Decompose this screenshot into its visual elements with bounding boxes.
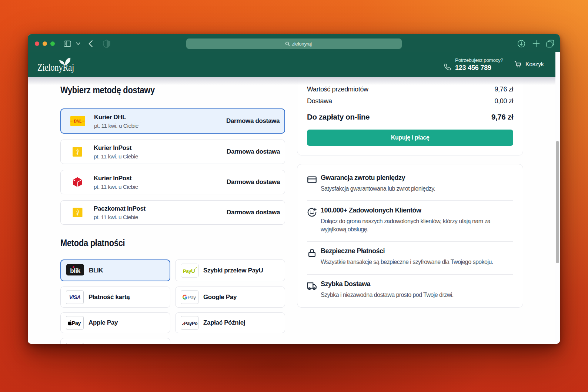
svg-text:VISA: VISA xyxy=(69,294,81,300)
svg-text:Pay: Pay xyxy=(188,295,196,300)
svg-text:U: U xyxy=(191,268,195,274)
svg-text:ZielonyRaj: ZielonyRaj xyxy=(37,62,74,73)
svg-text:Pay: Pay xyxy=(72,320,81,326)
svg-text:DHL: DHL xyxy=(74,119,82,123)
svg-text:Pay: Pay xyxy=(183,268,191,274)
svg-text:blik: blik xyxy=(70,267,80,274)
svg-text:PayPo: PayPo xyxy=(184,321,198,326)
